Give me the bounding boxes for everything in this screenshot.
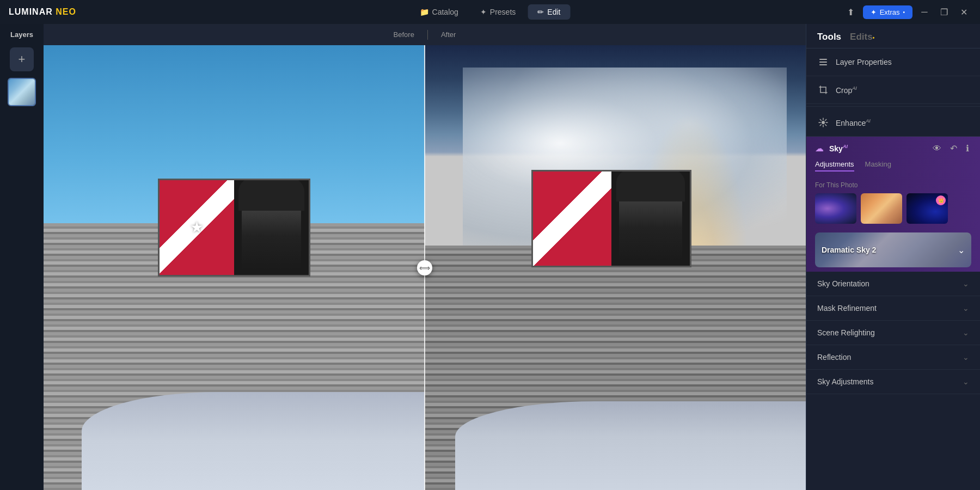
sky-undo-btn[interactable]: ↶ (948, 142, 959, 155)
layer-properties-label: Layer Properties (836, 58, 969, 66)
crop-icon (817, 84, 829, 96)
after-portrait (611, 171, 690, 266)
sky-tab-adjustments[interactable]: Adjustments (815, 160, 854, 171)
left-sidebar: Layers + (0, 24, 44, 490)
svg-point-3 (822, 121, 825, 124)
catalog-nav-btn[interactable]: 📁 Catalog (410, 4, 468, 20)
scene-relighting-chevron-icon: ⌄ (963, 328, 969, 337)
dramatic-sky-label: Dramatic Sky 2 (815, 246, 958, 254)
app-name: LUMINAR NEO (9, 7, 76, 17)
sky-orientation-row[interactable]: Sky Orientation ⌄ (806, 272, 980, 296)
reflection-chevron-icon: ⌄ (963, 353, 969, 362)
sky-cloud-icon: ☁ (815, 143, 824, 154)
flag-section: ★ (160, 180, 234, 275)
split-handle[interactable]: ⟺ (417, 260, 432, 275)
layer-properties-icon (817, 56, 829, 68)
sky-presets-row: 👑 (806, 193, 980, 230)
svg-line-10 (825, 119, 826, 120)
sky-actions: 👁 ↶ ℹ (930, 142, 971, 155)
mask-refinement-chevron-icon: ⌄ (963, 304, 969, 313)
sky-orientation-chevron-icon: ⌄ (963, 279, 969, 288)
layer-properties-section[interactable]: Layer Properties (806, 48, 980, 76)
dramatic-sky-selector[interactable]: Dramatic Sky 2 ⌄ (815, 232, 971, 267)
crop-section[interactable]: CropAI (806, 76, 980, 104)
crop-label: CropAI (836, 85, 969, 95)
before-image: ★ (44, 45, 425, 490)
sky-preset-2[interactable] (861, 193, 902, 224)
plus-icon: + (19, 52, 26, 66)
titlebar-nav: 📁 Catalog ✦ Presets ✏ Edit (410, 4, 571, 20)
mask-refinement-label: Mask Refinement (817, 304, 877, 313)
enhance-icon (817, 117, 829, 128)
canvas-header: Before After (44, 24, 806, 45)
dramatic-sky-chevron-icon: ⌄ (958, 245, 971, 255)
after-beret (616, 170, 685, 202)
presets-icon: ✦ (480, 8, 487, 16)
sky-adjustments-row[interactable]: Sky Adjustments ⌄ (806, 370, 980, 394)
upload-btn[interactable]: ⬆ (843, 4, 859, 20)
enhance-label: EnhanceAI (836, 118, 969, 127)
extras-dot: • (903, 9, 905, 15)
after-flag-star: ★ (566, 210, 579, 228)
titlebar-right: ⬆ ✦ Extras • ─ ❐ ✕ (843, 4, 971, 20)
presets-nav-btn[interactable]: ✦ Presets (470, 4, 525, 20)
scene-relighting-row[interactable]: Scene Relighting ⌄ (806, 321, 980, 345)
tab-tools[interactable]: Tools (817, 32, 841, 42)
after-track (455, 401, 806, 490)
minimize-btn[interactable]: ─ (917, 4, 932, 20)
portrait-beret (238, 180, 304, 211)
maximize-btn[interactable]: ❐ (936, 4, 952, 20)
svg-line-9 (825, 125, 826, 126)
canvas-area: Before After ★ (44, 24, 806, 490)
sky-tab-masking[interactable]: Masking (865, 160, 891, 171)
before-label: Before (381, 28, 427, 41)
titlebar: LUMINAR NEO 📁 Catalog ✦ Presets ✏ Edit ⬆… (0, 0, 980, 24)
sky-info-btn[interactable]: ℹ (964, 142, 971, 155)
layer-thumbnail[interactable] (8, 78, 36, 106)
flag-star: ★ (190, 218, 204, 236)
reflection-row[interactable]: Reflection ⌄ (806, 345, 980, 370)
enhance-section[interactable]: EnhanceAI (806, 109, 980, 137)
sky-visibility-btn[interactable]: 👁 (930, 143, 944, 155)
photo-before: ★ (44, 45, 425, 490)
sky-adjustments-label: Sky Adjustments (817, 377, 874, 386)
extras-btn[interactable]: ✦ Extras • (863, 5, 912, 19)
add-layer-button[interactable]: + (10, 47, 34, 71)
svg-line-8 (820, 119, 821, 120)
mask-refinement-row[interactable]: Mask Refinement ⌄ (806, 296, 980, 321)
after-label: After (428, 28, 469, 41)
portrait-face (242, 185, 302, 270)
before-billboard: ★ (158, 179, 310, 277)
reflection-label: Reflection (817, 353, 851, 362)
after-face (619, 176, 682, 261)
after-image: ★ (425, 45, 806, 490)
sky-header: ☁ SkyAI 👁 ↶ ℹ (806, 137, 980, 160)
split-divider[interactable]: ⟺ (424, 45, 425, 490)
photo-after: ★ (425, 45, 806, 490)
sky-section: ☁ SkyAI 👁 ↶ ℹ Adjustments Masking For Th… (806, 137, 980, 272)
tab-edits[interactable]: Edits• (850, 32, 874, 42)
scene-relighting-label: Scene Relighting (817, 328, 875, 337)
close-btn[interactable]: ✕ (956, 4, 971, 20)
right-panel: Tools Edits• Layer Properties (806, 24, 980, 490)
svg-rect-1 (819, 62, 827, 63)
sky-preset-1[interactable] (815, 193, 856, 224)
tools-edits-bar: Tools Edits• (806, 24, 980, 48)
svg-line-11 (820, 125, 821, 126)
sky-orientation-label: Sky Orientation (817, 279, 869, 288)
sky-adjustments-chevron-icon: ⌄ (963, 377, 969, 386)
sky-preset-3[interactable]: 👑 (906, 193, 948, 224)
layers-title: Layers (10, 30, 33, 39)
main-area: Layers + Before After ★ (0, 24, 980, 490)
catalog-icon: 📁 (420, 8, 429, 16)
edit-icon: ✏ (537, 8, 544, 16)
layer-thumb-preview (9, 79, 35, 105)
after-flag: ★ (533, 171, 611, 266)
svg-rect-0 (819, 59, 827, 60)
extras-icon: ✦ (871, 8, 877, 16)
edit-nav-btn[interactable]: ✏ Edit (528, 4, 570, 20)
sky-label: SkyAI (829, 144, 925, 153)
after-billboard: ★ (531, 170, 691, 268)
canvas-container: ★ (44, 45, 806, 490)
premium-crown-icon: 👑 (936, 195, 946, 205)
